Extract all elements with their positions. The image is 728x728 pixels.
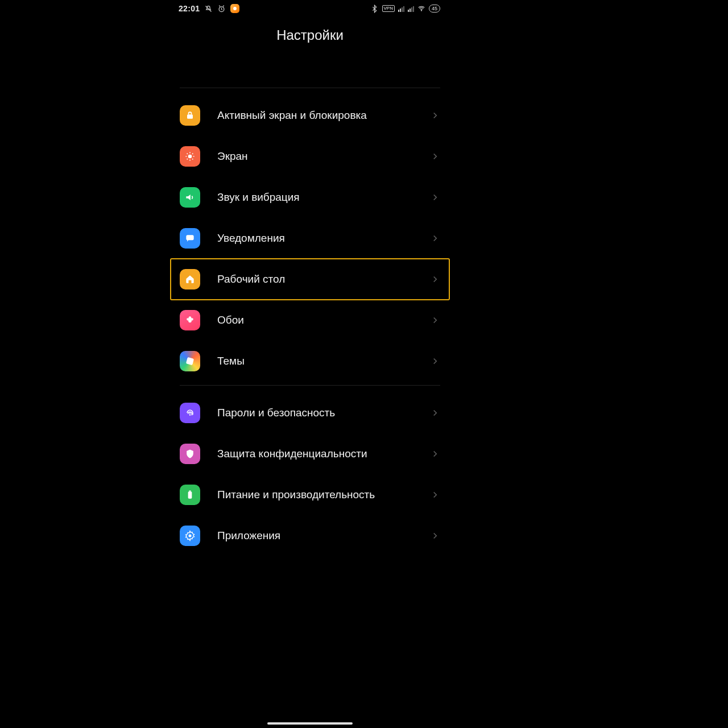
- settings-item-themes[interactable]: Темы: [171, 341, 449, 382]
- chevron-right-icon: [430, 110, 440, 121]
- chevron-right-icon: [430, 531, 440, 541]
- home-indicator[interactable]: [267, 722, 353, 725]
- chevron-right-icon: [430, 192, 440, 202]
- svg-rect-6: [186, 357, 194, 365]
- svg-rect-8: [189, 491, 191, 492]
- wifi-icon: [417, 5, 425, 13]
- status-bar: 22:01 VPN: [171, 0, 449, 17]
- phone-screen: 22:01 VPN: [171, 0, 449, 728]
- chevron-right-icon: [430, 408, 440, 418]
- settings-item-label: Рабочий стол: [217, 273, 430, 286]
- signal-sim1-icon: [398, 5, 404, 12]
- svg-rect-3: [187, 114, 193, 119]
- svg-rect-7: [188, 491, 192, 499]
- settings-item-battery[interactable]: Питание и производительность: [171, 474, 449, 515]
- settings-item-aod[interactable]: Активный экран и блокировка: [171, 95, 449, 136]
- vpn-badge: VPN: [382, 5, 395, 12]
- chevron-right-icon: [430, 151, 440, 162]
- signal-sim2-icon: [408, 5, 414, 12]
- chevron-right-icon: [430, 356, 440, 366]
- settings-item-label: Активный экран и блокировка: [217, 109, 430, 122]
- volume-icon: [180, 187, 200, 208]
- settings-item-label: Питание и производительность: [217, 489, 430, 501]
- chevron-right-icon: [430, 274, 440, 284]
- settings-item-label: Пароли и безопасность: [217, 407, 430, 419]
- svg-point-4: [188, 155, 192, 159]
- settings-item-label: Темы: [217, 355, 430, 367]
- settings-item-label: Звук и вибрация: [217, 191, 430, 204]
- settings-item-notifications[interactable]: Уведомления: [171, 218, 449, 259]
- home-icon: [180, 269, 200, 289]
- shield-icon: [180, 444, 200, 464]
- settings-item-label: Экран: [217, 150, 430, 163]
- settings-item-label: Обои: [217, 314, 430, 326]
- page-title: Настройки: [171, 27, 449, 43]
- bluetooth-icon: [370, 5, 379, 13]
- chevron-right-icon: [430, 490, 440, 500]
- settings-list[interactable]: Активный экран и блокировкаЭкранЗвук и в…: [171, 88, 449, 560]
- svg-point-1: [233, 7, 237, 10]
- svg-rect-5: [186, 235, 193, 240]
- theme-icon: [180, 351, 200, 371]
- sun-icon: [180, 146, 200, 167]
- settings-item-apps[interactable]: Приложения: [171, 515, 449, 556]
- fingerprint-icon: [180, 403, 200, 423]
- svg-point-9: [189, 535, 192, 537]
- battery-icon: [180, 485, 200, 505]
- chevron-right-icon: [430, 449, 440, 459]
- alarm-icon: [217, 5, 226, 13]
- settings-item-passwords[interactable]: Пароли и безопасность: [171, 392, 449, 433]
- chevron-right-icon: [430, 233, 440, 243]
- settings-item-wallpaper[interactable]: Обои: [171, 300, 449, 341]
- app-badge-icon: [230, 4, 239, 13]
- settings-item-home[interactable]: Рабочий стол: [171, 259, 449, 300]
- settings-item-label: Уведомления: [217, 232, 430, 245]
- flower-icon: [180, 310, 200, 330]
- settings-item-display[interactable]: Экран: [171, 136, 449, 177]
- status-clock: 22:01: [179, 4, 200, 13]
- chevron-right-icon: [430, 315, 440, 325]
- settings-item-label: Защита конфиденциальности: [217, 448, 430, 460]
- settings-item-sound[interactable]: Звук и вибрация: [171, 177, 449, 218]
- mute-icon: [204, 5, 213, 13]
- settings-item-privacy[interactable]: Защита конфиденциальности: [171, 433, 449, 474]
- settings-item-label: Приложения: [217, 530, 430, 542]
- gear-icon: [180, 526, 200, 546]
- svg-point-2: [421, 10, 421, 11]
- chat-icon: [180, 228, 200, 249]
- lock-icon: [180, 105, 200, 126]
- battery-indicator: 45: [429, 5, 440, 13]
